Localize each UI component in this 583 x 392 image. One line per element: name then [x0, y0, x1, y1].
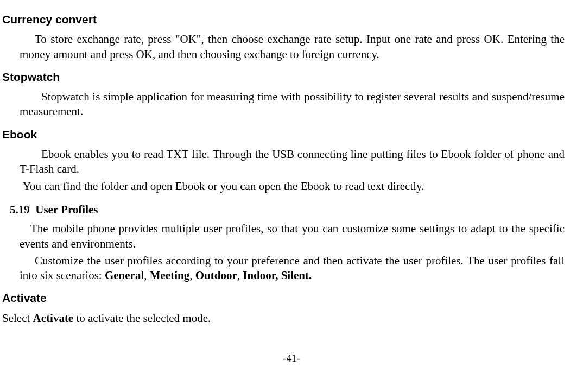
- comma-1: ,: [144, 269, 150, 282]
- activate-post-text: to activate the selected mode.: [73, 312, 211, 325]
- section-5-19-heading: 5.19 User Profiles: [10, 203, 581, 217]
- profile-indoor-silent: Indoor, Silent.: [243, 269, 312, 282]
- ebook-paragraph-1: Ebook enables you to read TXT file. Thro…: [20, 147, 565, 177]
- activate-paragraph: Select Activate to activate the selected…: [2, 311, 581, 326]
- ebook-heading: Ebook: [2, 127, 581, 142]
- profile-outdoor: Outdoor: [195, 269, 237, 282]
- profile-meeting: Meeting: [150, 269, 189, 282]
- section-number-text: 5.19: [10, 203, 30, 216]
- user-profiles-paragraph-2: Customize the user profiles according to…: [20, 254, 565, 283]
- comma-3: ,: [237, 269, 243, 282]
- section-title-text: User Profiles: [35, 203, 98, 216]
- stopwatch-paragraph: Stopwatch is simple application for meas…: [20, 90, 565, 119]
- currency-convert-heading: Currency convert: [2, 12, 581, 27]
- user-profiles-paragraph-1: The mobile phone provides multiple user …: [20, 222, 565, 251]
- page-number: -41-: [2, 352, 581, 365]
- activate-heading: Activate: [2, 290, 581, 305]
- activate-bold-text: Activate: [33, 312, 74, 325]
- currency-convert-paragraph: To store exchange rate, press "OK", then…: [20, 32, 565, 62]
- activate-pre-text: Select: [2, 312, 33, 325]
- ebook-paragraph-2: You can find the folder and open Ebook o…: [20, 179, 565, 194]
- stopwatch-heading: Stopwatch: [2, 69, 581, 84]
- comma-2: ,: [189, 269, 195, 282]
- profile-general: General: [105, 269, 144, 282]
